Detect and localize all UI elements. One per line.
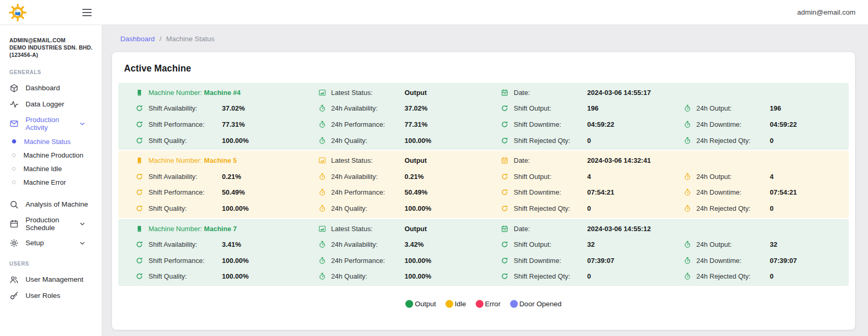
metric-cell: Date:2024-03-06 14:32:41 — [483, 152, 666, 169]
metric-cell: Shift Rejected Qty:0 — [483, 200, 666, 217]
metric-value: 100.00% — [222, 272, 249, 280]
sidebar-item-label: Production Schedule — [26, 216, 78, 232]
sidebar-item-machine-idle[interactable]: Machine Idle — [0, 162, 102, 175]
legend-label: Door Opened — [519, 300, 562, 308]
chevron-down-icon — [78, 220, 86, 228]
legend-label: Output — [415, 300, 436, 308]
user-email[interactable]: admin@email.com — [797, 8, 855, 16]
refresh-icon — [135, 272, 143, 280]
timer-icon — [684, 121, 691, 128]
metric-label: Shift Output: — [514, 173, 587, 181]
metric-label: Shift Downtime: — [514, 188, 587, 196]
metric-cell: Shift Rejected Qty:0 — [483, 269, 666, 285]
metric-label: 24h Availability: — [331, 104, 405, 112]
chevron-down-icon — [78, 239, 86, 247]
refresh-icon — [501, 121, 509, 128]
metric-cell: Shift Downtime:04:59:22 — [483, 116, 666, 133]
machine-row: Shift Availability:0.21%24h Availability… — [118, 169, 849, 185]
timer-icon — [684, 257, 691, 265]
metric-label: 24h Availability: — [331, 241, 405, 248]
metric-label: 24h Output: — [697, 173, 770, 181]
refresh-icon — [501, 188, 509, 196]
metric-cell: Shift Performance:50.49% — [118, 185, 301, 201]
metric-label: Shift Performance: — [148, 188, 222, 196]
hamburger-menu-icon[interactable] — [82, 7, 92, 18]
sidebar-item-production-activity[interactable]: Production Activity — [0, 112, 102, 135]
sidebar-item-data-logger[interactable]: Data Logger — [0, 96, 102, 112]
machine-row: Shift Performance:77.31%24h Performance:… — [118, 116, 849, 133]
sidebar-item-machine-production[interactable]: Machine Production — [0, 148, 102, 162]
metric-cell: Latest Status:Output — [301, 152, 484, 169]
app-logo-icon[interactable] — [8, 3, 28, 22]
metric-value: 100.00% — [222, 137, 249, 145]
metric-label: 24h Output: — [697, 104, 770, 112]
metric-label: Shift Output: — [514, 104, 587, 112]
sidebar-item-production-schedule[interactable]: Production Schedule — [0, 212, 102, 235]
sidebar-subitem-label: Machine Idle — [23, 165, 62, 173]
chart-icon — [318, 157, 326, 164]
sidebar-item-analysis-of-machine[interactable]: Analysis of Machine — [0, 196, 102, 212]
empty-cell — [666, 152, 849, 169]
refresh-icon — [501, 137, 509, 145]
metric-cell: 24h Availability:0.21% — [301, 169, 484, 185]
timer-icon — [318, 257, 326, 265]
metric-value: 100.00% — [405, 272, 431, 280]
refresh-icon — [135, 205, 143, 212]
sidebar-item-machine-status[interactable]: Machine Status — [0, 135, 102, 148]
refresh-icon — [135, 241, 143, 248]
sidebar-item-label: Analysis of Machine — [26, 200, 88, 208]
metric-value: 0 — [587, 205, 591, 212]
metric-cell: Shift Quality:100.00% — [118, 200, 301, 217]
timer-icon — [684, 104, 691, 112]
metric-cell: 24h Downtime:07:54:21 — [666, 185, 849, 201]
metric-value: 0 — [587, 137, 591, 145]
sidebar-item-machine-error[interactable]: Machine Error — [0, 175, 102, 189]
legend-dot-icon — [445, 300, 453, 308]
sidebar-item-setup[interactable]: Setup — [0, 235, 102, 251]
sidebar-item-user-management[interactable]: User Management — [0, 271, 102, 287]
metric-label: 24h Output: — [697, 241, 770, 248]
machine-row: Machine Number:Machine 7Latest Status:Ou… — [118, 221, 849, 237]
metric-label: Shift Quality: — [148, 272, 222, 280]
timer-icon — [318, 137, 326, 145]
metric-label: Shift Availability: — [148, 173, 222, 181]
machine-row: Shift Performance:50.49%24h Performance:… — [118, 185, 849, 201]
sidebar-nav: GENERALSDashboardData LoggerProduction A… — [0, 59, 102, 304]
legend-item: Output — [405, 300, 436, 308]
refresh-icon — [501, 272, 509, 280]
gear-icon — [9, 238, 19, 248]
metric-value: 3.42% — [405, 241, 424, 248]
metric-label: Shift Downtime: — [514, 257, 587, 265]
machine-title: Machine Number:Machine 7 — [118, 221, 301, 237]
metric-label: 24h Rejected Qty: — [697, 205, 770, 212]
metric-label: Shift Quality: — [148, 137, 222, 145]
sidebar-item-dashboard[interactable]: Dashboard — [0, 80, 102, 96]
timer-icon — [318, 173, 326, 181]
metric-label: Date: — [514, 157, 587, 164]
breadcrumb-separator: / — [159, 35, 162, 43]
machine-icon — [135, 89, 143, 97]
metric-value: 196 — [587, 104, 599, 112]
machine-icon — [135, 225, 143, 233]
metric-label: Latest Status: — [331, 89, 405, 97]
account-email: ADMIN@EMAIL.COM — [9, 37, 94, 44]
metric-cell: 24h Performance:50.49% — [301, 185, 484, 201]
refresh-icon — [135, 104, 143, 112]
metric-cell: 24h Downtime:04:59:22 — [666, 116, 849, 133]
legend-dot-icon — [405, 300, 413, 308]
metric-cell: Date:2024-03-06 14:55:17 — [483, 85, 666, 101]
metric-cell: Date:2024-03-06 14:55:12 — [483, 221, 666, 237]
sidebar-item-user-roles[interactable]: User Roles — [0, 287, 102, 304]
sidebar-item-label: Production Activity — [26, 116, 78, 131]
machine-row: Shift Availability:37.02%24h Availabilit… — [118, 101, 849, 117]
machine-card: Machine Number:Machine 5Latest Status:Ou… — [118, 151, 849, 218]
metric-label: 24h Availability: — [331, 173, 405, 181]
machine-title: Machine Number:Machine 5 — [118, 152, 301, 169]
metric-value: 0.21% — [405, 173, 424, 181]
sidebar-item-label: Dashboard — [26, 84, 60, 92]
breadcrumb-link-dashboard[interactable]: Dashboard — [120, 35, 155, 43]
legend-item: Door Opened — [510, 300, 562, 308]
metric-cell: Shift Quality:100.00% — [118, 133, 301, 149]
metric-label: 24h Rejected Qty: — [697, 272, 770, 280]
metric-label: 24h Downtime: — [697, 188, 770, 196]
